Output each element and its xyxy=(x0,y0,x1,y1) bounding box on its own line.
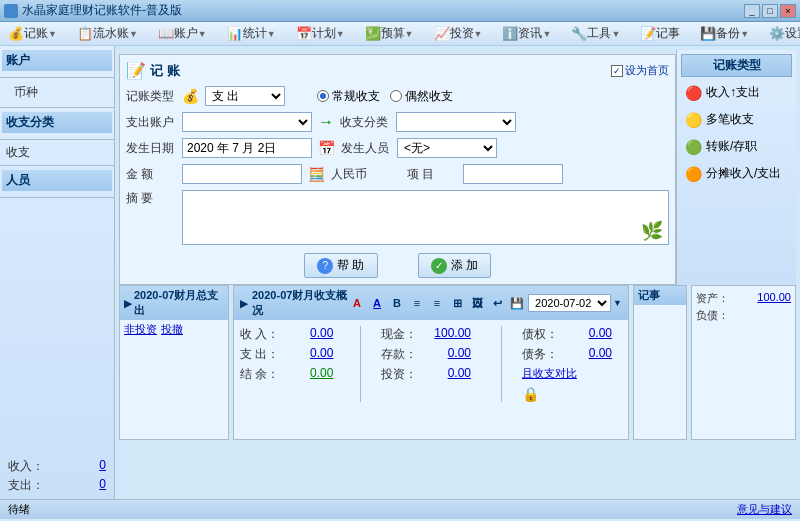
to-category-label: 收支分类 xyxy=(340,114,390,131)
debt-label: 债权： xyxy=(522,326,558,343)
from-account-select[interactable] xyxy=(182,112,312,132)
menu-label-invest: 投资 xyxy=(450,25,474,42)
type-select[interactable]: 支 出 收 入 xyxy=(205,86,285,106)
income-stat-value[interactable]: 0 xyxy=(99,458,106,475)
lock-icon: 🔒 xyxy=(522,386,539,402)
tab-invest[interactable]: 投撤 xyxy=(161,322,183,337)
set-home-checkbox[interactable]: ✓ xyxy=(611,65,623,77)
undo-icon[interactable]: ↩ xyxy=(488,295,506,311)
align-left-icon[interactable]: ≡ xyxy=(408,295,426,311)
font-a-red-icon[interactable]: A xyxy=(348,295,366,311)
date-input[interactable] xyxy=(182,138,312,158)
sidebar-account-title[interactable]: 账户 xyxy=(2,50,112,71)
sidebar-category-title[interactable]: 收支分类 xyxy=(2,112,112,133)
expense-stat-label: 支出： xyxy=(8,477,44,494)
events-panel: 记事 xyxy=(633,285,687,440)
minimize-button[interactable]: _ xyxy=(744,4,760,18)
status-left-text: 待绪 xyxy=(8,502,30,517)
font-a-blue-icon[interactable]: A xyxy=(368,295,386,311)
sidebar-currency-section: 币种 xyxy=(0,78,114,108)
align-center-icon[interactable]: ≡ xyxy=(428,295,446,311)
menu-label-account: 记账 xyxy=(24,25,48,42)
insert-table-icon[interactable]: ⊞ xyxy=(448,295,466,311)
menu-item-plan[interactable]: 📅 计划 ▼ xyxy=(292,23,349,44)
person-select[interactable]: <无> xyxy=(397,138,497,158)
multi-icon: 🟡 xyxy=(685,112,702,128)
summary-expand-icon[interactable]: ▶ xyxy=(240,298,248,309)
maximize-button[interactable]: □ xyxy=(762,4,778,18)
menu-item-budget[interactable]: 💹 预算 ▼ xyxy=(361,23,418,44)
type-multi[interactable]: 🟡 多笔收支 xyxy=(681,108,792,131)
sidebar-income-label: 收支 xyxy=(6,145,30,159)
menu-arrow-tools: ▼ xyxy=(611,29,620,39)
menu-item-invest[interactable]: 📈 投资 ▼ xyxy=(430,23,487,44)
menu-item-tools[interactable]: 🔧 工具 ▼ xyxy=(567,23,624,44)
type-income-expense[interactable]: 🔴 收入↑支出 xyxy=(681,81,792,104)
menu-item-settings[interactable]: ⚙️ 设置 ▼ xyxy=(765,23,800,44)
sidebar: 账户 币种 收支分类 收支 人员 收入： 0 支出： 0 xyxy=(0,46,115,499)
menu-label-accounts: 账户 xyxy=(174,25,198,42)
calculator-icon[interactable]: 🧮 xyxy=(308,166,325,182)
expense-label: 支 出： xyxy=(240,346,279,363)
record-title-text: 记 账 xyxy=(150,62,180,80)
multi-label: 多笔收支 xyxy=(706,111,754,128)
menu-item-memo[interactable]: 📝 记事 xyxy=(636,23,684,44)
menu-item-ledger[interactable]: 📋 流水账 ▼ xyxy=(73,23,142,44)
type-icon: 💰 xyxy=(182,88,199,104)
type-split[interactable]: 🟠 分摊收入/支出 xyxy=(681,162,792,185)
summary-col-3: 债权： 0.00 债务： 0.00 且收支对比 🔒 xyxy=(522,326,622,402)
tab-non-invest[interactable]: 非投资 xyxy=(124,322,157,337)
plan-icon: 📅 xyxy=(296,26,312,41)
menu-label-stats: 统计 xyxy=(243,25,267,42)
type-row: 记账类型 💰 支 出 收 入 常规收支 偶然收支 xyxy=(126,86,669,106)
menu-bar: 💰 记账 ▼ 📋 流水账 ▼ 📖 账户 ▼ 📊 统计 ▼ 📅 计划 ▼ 💹 预算… xyxy=(0,22,800,46)
amount-input[interactable] xyxy=(182,164,302,184)
menu-item-account[interactable]: 💰 记账 ▼ xyxy=(4,23,61,44)
feedback-link[interactable]: 意见与建议 xyxy=(737,502,792,517)
window-controls: _ □ × xyxy=(744,4,796,18)
calendar-icon[interactable]: 📅 xyxy=(318,140,335,156)
close-button[interactable]: × xyxy=(780,4,796,18)
menu-item-news[interactable]: ℹ️ 资讯 ▼ xyxy=(498,23,555,44)
stats-icon: 📊 xyxy=(227,26,243,41)
save-icon[interactable]: 💾 xyxy=(508,295,526,311)
menu-label-ledger: 流水账 xyxy=(93,25,129,42)
memo-textarea[interactable] xyxy=(182,190,669,245)
transfer-icon: 🟢 xyxy=(685,139,702,155)
income-stat-label: 收入： xyxy=(8,458,44,475)
split-icon: 🟠 xyxy=(685,166,702,182)
add-button[interactable]: ✓ 添 加 xyxy=(418,253,491,278)
liability-label: 负债： xyxy=(696,308,729,323)
date-filter-select[interactable]: 2020-07-02 xyxy=(528,294,611,312)
record-form-header: 📝 记 账 ✓ 设为首页 xyxy=(126,61,669,80)
liability-row: 负债： xyxy=(696,307,791,324)
arrow-right-icon: → xyxy=(318,113,334,131)
currency-label: 人民币 xyxy=(331,166,381,183)
expense-stat-value[interactable]: 0 xyxy=(99,477,106,494)
compare-row[interactable]: 且收支对比 xyxy=(522,366,622,381)
date-filter-arrow[interactable]: ▼ xyxy=(613,298,622,308)
expand-icon[interactable]: ▶ xyxy=(124,298,132,309)
type-transfer[interactable]: 🟢 转账/存职 xyxy=(681,135,792,158)
menu-arrow-accounts: ▼ xyxy=(198,29,207,39)
menu-item-stats[interactable]: 📊 统计 ▼ xyxy=(223,23,280,44)
menu-item-backup[interactable]: 💾 备份 ▼ xyxy=(696,23,753,44)
regular-radio[interactable]: 常规收支 xyxy=(317,88,380,105)
help-button[interactable]: ? 帮 助 xyxy=(304,253,377,278)
menu-item-accounts[interactable]: 📖 账户 ▼ xyxy=(154,23,211,44)
sidebar-category-section: 收支分类 xyxy=(0,108,114,140)
insert-image-icon[interactable]: 🖼 xyxy=(468,295,486,311)
item-input[interactable] xyxy=(463,164,563,184)
invest-row: 投资： 0.00 xyxy=(381,366,481,383)
summary-title: 2020-07财月收支概况 xyxy=(252,288,348,318)
bold-icon[interactable]: B xyxy=(388,295,406,311)
set-home-button[interactable]: ✓ 设为首页 xyxy=(611,63,669,78)
sidebar-personnel-title[interactable]: 人员 xyxy=(2,170,112,191)
menu-arrow-ledger: ▼ xyxy=(129,29,138,39)
net-label: 结 余： xyxy=(240,366,279,383)
to-category-select[interactable] xyxy=(396,112,516,132)
compare-label[interactable]: 且收支对比 xyxy=(522,366,577,381)
net-row: 结 余： 0.00 xyxy=(240,366,340,383)
sidebar-account-section: 账户 xyxy=(0,46,114,78)
occasional-radio[interactable]: 偶然收支 xyxy=(390,88,453,105)
